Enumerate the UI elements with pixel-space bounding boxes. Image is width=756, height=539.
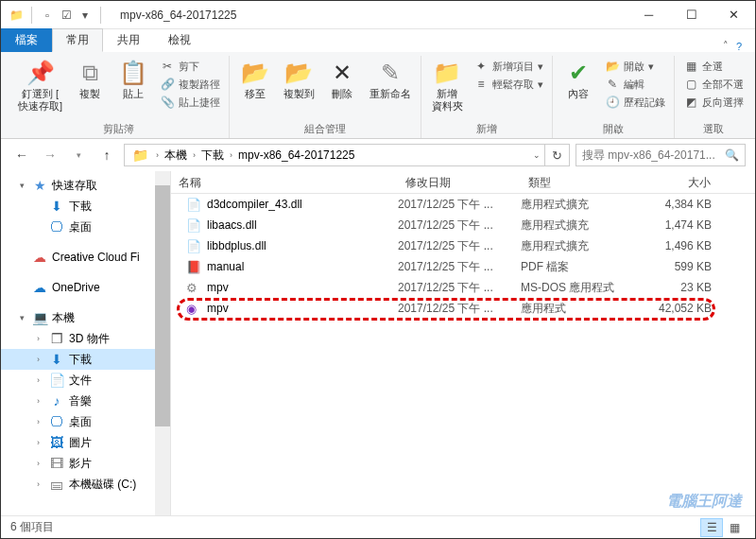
easyaccess-icon: ≡ xyxy=(473,77,489,92)
scrollbar-thumb[interactable] xyxy=(155,185,170,426)
nav-desktop2[interactable]: ›🖵桌面 xyxy=(1,411,170,432)
copypath-button[interactable]: 🔗複製路徑 xyxy=(157,76,223,93)
file-row[interactable]: 📄d3dcompiler_43.dll2017/12/25 下午 ...應用程式… xyxy=(171,194,755,215)
selectnone-button[interactable]: ▢全部不選 xyxy=(680,76,747,93)
chevron-down-icon: ▾ xyxy=(20,181,31,190)
pasteshortcut-button[interactable]: 📎貼上捷徑 xyxy=(157,94,223,111)
tab-home[interactable]: 常用 xyxy=(52,28,103,52)
nav-quick-access[interactable]: ▾★快速存取 xyxy=(1,175,170,196)
file-type: 應用程式 xyxy=(521,301,634,317)
nav-pictures[interactable]: ›🖼圖片 xyxy=(1,432,170,453)
file-list[interactable]: 📄d3dcompiler_43.dll2017/12/25 下午 ...應用程式… xyxy=(171,194,755,515)
col-name[interactable]: 名稱 xyxy=(171,171,398,193)
cut-button[interactable]: ✂剪下 xyxy=(157,58,223,75)
edit-icon: ✎ xyxy=(605,77,620,92)
file-row[interactable]: 📄libaacs.dll2017/12/25 下午 ...應用程式擴充1,474… xyxy=(171,215,755,235)
divider xyxy=(100,7,101,24)
nav-videos[interactable]: ›🎞影片 xyxy=(1,453,170,474)
up-button[interactable]: ↑ xyxy=(95,144,118,166)
chevron-up-icon[interactable]: ˄ xyxy=(723,40,729,52)
moveto-button[interactable]: 📂 移至 xyxy=(235,56,275,120)
ribbon-help: ˄ ? xyxy=(723,40,755,52)
chevron-right-icon[interactable]: › xyxy=(189,150,199,160)
nav-music[interactable]: ›♪音樂 xyxy=(1,391,170,411)
nav-3dobjects[interactable]: ›❒3D 物件 xyxy=(1,328,170,349)
newfolder-button[interactable]: 📁 新增 資料夾 xyxy=(427,56,467,120)
scrollbar[interactable] xyxy=(155,171,170,515)
minimize-button[interactable]: ─ xyxy=(627,1,670,29)
ribbon: 📌 釘選到 [ 快速存取] ⧉ 複製 📋 貼上 ✂剪下 🔗複製路徑 📎貼上捷徑 … xyxy=(1,52,755,139)
close-button[interactable]: ✕ xyxy=(713,1,755,29)
edit-button[interactable]: ✎編輯 xyxy=(602,76,668,93)
file-icon: 📄 xyxy=(186,218,203,233)
nav-desktop[interactable]: 🖵桌面📌 xyxy=(1,217,170,237)
maximize-button[interactable]: ☐ xyxy=(670,1,713,29)
nav-localdisk[interactable]: ›🖴本機磁碟 (C:) xyxy=(1,474,170,495)
copyto-button[interactable]: 📂 複製到 xyxy=(279,56,318,120)
refresh-button[interactable]: ↻ xyxy=(544,145,565,165)
file-row[interactable]: 📕manual2017/12/25 下午 ...PDF 檔案599 KB xyxy=(171,256,755,277)
invertsel-button[interactable]: ◩反向選擇 xyxy=(680,94,747,111)
paste-button[interactable]: 📋 貼上 xyxy=(113,56,153,120)
nav-onedrive[interactable]: ☁OneDrive xyxy=(1,277,170,298)
tab-share[interactable]: 共用 xyxy=(103,28,154,52)
nav-documents[interactable]: ›📄文件 xyxy=(1,370,170,391)
chevron-right-icon[interactable]: › xyxy=(226,150,236,160)
file-icon: 📕 xyxy=(186,260,203,274)
col-date[interactable]: 修改日期 xyxy=(398,171,521,193)
nav-thispc[interactable]: ▾💻本機 xyxy=(1,307,170,328)
breadcrumb[interactable]: 📁 › 本機 › 下載 › mpv-x86_64-20171225 ⌄ ↻ xyxy=(124,144,570,166)
newitem-icon: ✦ xyxy=(473,59,489,74)
view-switcher: ☰ ▦ xyxy=(700,518,746,537)
help-icon[interactable]: ? xyxy=(736,41,742,52)
group-label: 開啟 xyxy=(558,120,668,138)
breadcrumb-seg[interactable]: 下載 xyxy=(199,148,226,164)
copy-button[interactable]: ⧉ 複製 xyxy=(70,56,110,120)
tab-view[interactable]: 檢視 xyxy=(154,28,205,52)
search-input[interactable]: 搜尋 mpv-x86_64-20171... 🔍 xyxy=(576,144,746,166)
history-button[interactable]: 🕘歷程記錄 xyxy=(602,94,668,111)
icons-view-button[interactable]: ▦ xyxy=(723,518,746,537)
file-row[interactable]: ⚙mpv2017/12/25 下午 ...MS-DOS 應用程式23 KB xyxy=(171,277,755,298)
file-row[interactable]: 📄libbdplus.dll2017/12/25 下午 ...應用程式擴充1,4… xyxy=(171,235,755,256)
tab-file[interactable]: 檔案 xyxy=(1,28,52,52)
navigation-pane[interactable]: ▾★快速存取 ⬇下載📌 🖵桌面📌 ☁Creative Cloud Fi ☁One… xyxy=(1,171,171,515)
chevron-down-icon[interactable]: ⌄ xyxy=(529,150,544,160)
col-type[interactable]: 類型 xyxy=(521,171,634,193)
save-icon[interactable]: ▫ xyxy=(40,8,55,23)
file-icon: 📄 xyxy=(186,239,203,253)
open-button[interactable]: 📂開啟 ▾ xyxy=(602,58,668,75)
properties-button[interactable]: ✔ 內容 xyxy=(558,56,598,120)
file-type: 應用程式擴充 xyxy=(521,217,634,234)
nav-ccf[interactable]: ☁Creative Cloud Fi xyxy=(1,247,170,268)
recent-dropdown[interactable]: ▾ xyxy=(67,144,90,166)
nav-downloads2[interactable]: ›⬇下載 xyxy=(1,349,170,370)
breadcrumb-seg[interactable]: 本機 xyxy=(163,148,189,164)
col-size[interactable]: 大小 xyxy=(634,171,719,193)
pin-button[interactable]: 📌 釘選到 [ 快速存取] xyxy=(14,56,66,120)
file-row[interactable]: ◉mpv2017/12/25 下午 ...應用程式42,052 KB xyxy=(171,298,755,319)
column-headers: 名稱 修改日期 類型 大小 xyxy=(171,171,755,194)
label: 複製 xyxy=(79,88,100,100)
chevron-right-icon[interactable]: › xyxy=(152,150,163,160)
file-name: mpv xyxy=(203,302,229,315)
selectall-button[interactable]: ▦全選 xyxy=(680,58,747,75)
download-icon: ⬇ xyxy=(48,199,65,214)
documents-icon: 📄 xyxy=(48,373,65,388)
star-icon: ★ xyxy=(31,178,48,193)
details-view-button[interactable]: ☰ xyxy=(700,518,723,537)
forward-button[interactable]: → xyxy=(39,144,61,166)
delete-button[interactable]: ✕ 刪除 xyxy=(322,56,362,120)
checkbox-icon[interactable]: ☑ xyxy=(59,8,74,23)
back-button[interactable]: ← xyxy=(10,144,33,166)
chevron-right-icon: › xyxy=(37,479,48,489)
folder-icon[interactable]: 📁 xyxy=(9,8,24,23)
rename-button[interactable]: ✎ 重新命名 xyxy=(366,56,415,120)
newitem-button[interactable]: ✦新增項目 ▾ xyxy=(471,58,546,75)
chevron-down-icon[interactable]: ▾ xyxy=(77,8,93,23)
nav-downloads[interactable]: ⬇下載📌 xyxy=(1,196,170,217)
easyaccess-button[interactable]: ≡輕鬆存取 ▾ xyxy=(471,76,546,93)
breadcrumb-seg[interactable]: mpv-x86_64-20171225 xyxy=(236,148,356,162)
file-type: PDF 檔案 xyxy=(521,259,634,275)
main-area: ▾★快速存取 ⬇下載📌 🖵桌面📌 ☁Creative Cloud Fi ☁One… xyxy=(1,171,755,515)
